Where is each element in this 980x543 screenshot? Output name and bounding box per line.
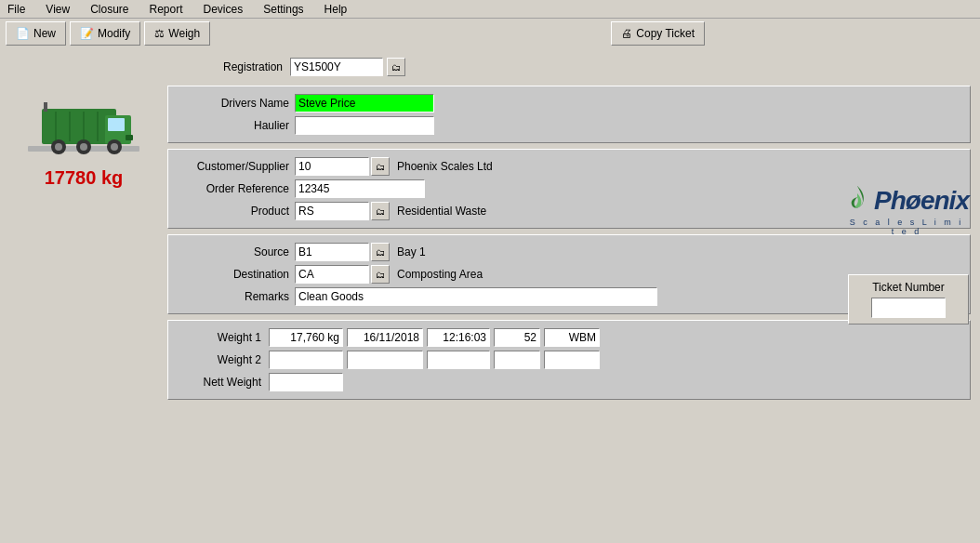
- source-lookup-button[interactable]: 🗂: [371, 243, 390, 261]
- lookup-icon: 🗂: [391, 62, 401, 73]
- product-row: Product 🗂 Residential Waste: [178, 202, 960, 220]
- remarks-input[interactable]: [295, 287, 657, 306]
- weight1-input[interactable]: [269, 328, 343, 347]
- phoenix-name: Phøenix: [874, 186, 969, 216]
- customer-lookup-icon: 🗂: [376, 162, 385, 172]
- remarks-label: Remarks: [178, 290, 289, 303]
- menu-closure[interactable]: Closure: [86, 2, 132, 17]
- registration-lookup-button[interactable]: 🗂: [387, 58, 405, 76]
- ticket-number-label: Ticket Number: [854, 281, 962, 294]
- svg-point-6: [55, 143, 62, 151]
- haulier-input[interactable]: [295, 116, 434, 135]
- order-reference-label: Order Reference: [178, 182, 289, 195]
- destination-label: Destination: [178, 268, 289, 281]
- source-row: Source 🗂 Bay 1: [178, 243, 960, 261]
- nett-weight-input[interactable]: [269, 373, 343, 391]
- destination-code-input[interactable]: [295, 265, 369, 284]
- svg-rect-3: [108, 118, 125, 131]
- customer-supplier-label: Customer/Supplier: [178, 160, 289, 173]
- haulier-row: Haulier: [178, 116, 960, 135]
- registration-input[interactable]: [290, 58, 383, 76]
- registration-row: Registration 🗂: [167, 58, 971, 76]
- phoenix-flame-icon: [844, 184, 870, 218]
- new-icon: 📄: [16, 27, 30, 40]
- copy-ticket-icon: 🖨: [621, 27, 632, 40]
- modify-button[interactable]: 📝 Modify: [70, 21, 140, 46]
- left-panel: 17780 kg: [9, 58, 158, 400]
- customer-name-display: Phoenix Scales Ltd: [397, 160, 493, 173]
- menu-file[interactable]: File: [4, 2, 29, 17]
- customer-code-input[interactable]: [295, 157, 369, 176]
- source-code-input[interactable]: [295, 243, 369, 261]
- order-reference-input[interactable]: [295, 179, 425, 198]
- weight2-date-input[interactable]: [347, 351, 423, 369]
- registration-label: Registration: [223, 60, 283, 73]
- live-weight-display: 17780 kg: [45, 167, 124, 189]
- menu-help[interactable]: Help: [321, 2, 351, 17]
- haulier-label: Haulier: [178, 119, 289, 132]
- weight1-num-input[interactable]: [494, 328, 540, 347]
- nett-weight-row: Nett Weight: [178, 373, 960, 391]
- menu-report[interactable]: Report: [146, 2, 187, 17]
- product-code-input[interactable]: [295, 202, 369, 220]
- weight2-time-input[interactable]: [427, 351, 490, 369]
- modify-icon: 📝: [80, 27, 94, 40]
- weight1-date-input[interactable]: [347, 328, 423, 347]
- weigh-icon: ⚖: [154, 27, 165, 40]
- main-area: 17780 kg Registration 🗂 Drivers Name Hau…: [0, 48, 980, 409]
- weight2-row: Weight 2: [178, 351, 960, 369]
- product-lookup-icon: 🗂: [376, 206, 385, 217]
- weight1-label: Weight 1: [178, 331, 261, 344]
- destination-name-display: Composting Area: [397, 268, 483, 281]
- svg-point-10: [111, 143, 118, 151]
- ticket-number-input[interactable]: [871, 298, 946, 318]
- ticket-number-panel: Ticket Number: [848, 274, 969, 324]
- destination-lookup-button[interactable]: 🗂: [371, 265, 390, 284]
- new-button[interactable]: 📄 New: [6, 21, 66, 46]
- order-reference-row: Order Reference: [178, 179, 960, 198]
- remarks-row: Remarks: [178, 287, 960, 306]
- source-name-display: Bay 1: [397, 245, 426, 258]
- customer-lookup-button[interactable]: 🗂: [371, 157, 390, 176]
- toolbar: 📄 New 📝 Modify ⚖ Weigh 🖨 Copy Ticket: [0, 19, 980, 48]
- phoenix-tagline: S c a l e s L i m i t e d: [846, 218, 967, 236]
- menu-view[interactable]: View: [42, 2, 73, 17]
- phoenix-logo: Phøenix S c a l e s L i m i t e d: [846, 184, 967, 240]
- svg-rect-11: [44, 102, 47, 112]
- menu-settings[interactable]: Settings: [259, 2, 307, 17]
- weight2-input[interactable]: [269, 351, 343, 369]
- weight1-code-input[interactable]: [544, 328, 600, 347]
- svg-rect-4: [126, 135, 133, 140]
- weight2-code-input[interactable]: [544, 351, 600, 369]
- menubar: File View Closure Report Devices Setting…: [0, 0, 980, 19]
- svg-point-8: [80, 143, 87, 151]
- drivers-name-row: Drivers Name: [178, 94, 960, 113]
- driver-section: Drivers Name Haulier: [167, 86, 971, 143]
- customer-supplier-row: Customer/Supplier 🗂 Phoenix Scales Ltd: [178, 157, 960, 176]
- truck-image: [23, 76, 144, 160]
- product-label: Product: [178, 205, 289, 218]
- weights-section: Weight 1 Weight 2 Nett Weight: [167, 320, 971, 400]
- source-label: Source: [178, 245, 289, 258]
- destination-lookup-icon: 🗂: [376, 270, 385, 280]
- weight1-row: Weight 1: [178, 328, 960, 347]
- product-lookup-button[interactable]: 🗂: [371, 202, 390, 220]
- product-name-display: Residential Waste: [397, 205, 486, 218]
- weight1-time-input[interactable]: [427, 328, 490, 347]
- drivers-name-label: Drivers Name: [178, 97, 289, 110]
- copy-ticket-button[interactable]: 🖨 Copy Ticket: [611, 21, 705, 46]
- source-lookup-icon: 🗂: [376, 247, 385, 258]
- nett-weight-label: Nett Weight: [178, 376, 261, 389]
- weight2-label: Weight 2: [178, 353, 261, 366]
- destination-row: Destination 🗂 Composting Area: [178, 265, 960, 284]
- drivers-name-input[interactable]: [295, 94, 434, 113]
- weight2-num-input[interactable]: [494, 351, 540, 369]
- menu-devices[interactable]: Devices: [200, 2, 247, 17]
- weigh-button[interactable]: ⚖ Weigh: [144, 21, 210, 46]
